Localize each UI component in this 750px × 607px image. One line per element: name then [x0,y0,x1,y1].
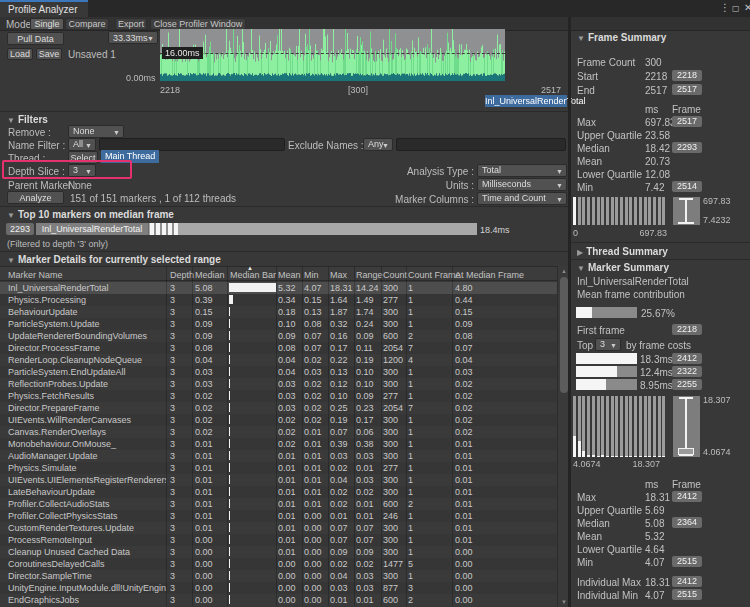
col-depth[interactable]: Depth [170,270,194,280]
top10-header[interactable]: ▼Top 10 markers on median frame [7,209,174,220]
col-marker-name[interactable]: Marker Name [8,270,63,280]
frame-jump-button[interactable]: 2412 [672,576,702,587]
col-mean[interactable]: Mean [278,270,301,280]
col-median-bar[interactable]: Median Bar [230,270,276,280]
table-row[interactable]: AudioManager.Update30.010.010.010.030.03… [0,450,557,462]
table-row[interactable]: Director.SampleTime30.000.000.000.040.03… [0,570,557,582]
units-dropdown[interactable]: Milliseconds▼ [477,178,567,191]
filters-header[interactable]: ▼Filters [7,114,48,125]
remove-dropdown[interactable]: None▼ [68,125,124,138]
frame-summary-header[interactable]: ▼Frame Summary [577,32,666,43]
table-row[interactable]: Inl_UniversalRenderTotal35.085.324.0718.… [0,282,557,294]
thread-value-chip[interactable]: Main Thread [101,150,159,163]
at-median-frame-cell: 0.02 [455,403,495,413]
start-frame-button[interactable]: 2218 [672,70,702,81]
maximize-icon[interactable]: ▢ [732,3,740,15]
frame-jump-button[interactable]: 2412 [672,491,702,502]
table-row[interactable]: Physics.Simulate30.010.010.010.020.01277… [0,462,557,474]
top10-markers-bar[interactable]: Inl_UniversalRenderTotal [36,223,477,235]
frame-jump-button[interactable]: 2322 [672,366,702,377]
name-filter-mode-dropdown[interactable]: All▼ [68,138,96,151]
table-row[interactable]: Profiler.CollectPhysicsStats30.010.010.0… [0,510,557,522]
frame-jump-button[interactable]: 2514 [672,181,702,192]
end-frame-button[interactable]: 2517 [672,84,702,95]
col-median[interactable]: Median [195,270,225,280]
marker-summary-boxplot[interactable] [673,396,700,457]
table-row[interactable]: LateBehaviourUpdate30.010.010.010.020.02… [0,486,557,498]
table-row[interactable]: ProcessRemoteInput30.000.010.000.070.073… [0,534,557,546]
col-max[interactable]: Max [330,270,347,280]
tab-profile-analyzer[interactable]: Profile Analyzer [0,0,88,17]
analysis-type-dropdown[interactable]: Total▼ [477,164,567,177]
frame-summary-histogram[interactable] [573,197,667,225]
scroll-up-icon[interactable]: ▲ [560,268,568,274]
frame-jump-button[interactable]: 2515 [672,556,702,567]
col-min[interactable]: Min [304,270,319,280]
scroll-down-icon[interactable]: ▼ [560,599,568,605]
frame-time-chart-canvas [160,29,505,81]
analyze-button[interactable]: Analyze [7,191,64,204]
mode-single-button[interactable]: Single [30,18,64,30]
table-row[interactable]: Canvas.RenderOverlays30.020.020.010.070.… [0,426,557,438]
table-row[interactable]: Cleanup Unused Cached Data30.000.010.000… [0,546,557,558]
table-row[interactable]: UnityEngine.InputModule.dll!UnityEngineI… [0,582,557,594]
frame-summary-boxplot[interactable] [673,197,700,225]
scrollbar-thumb[interactable] [560,277,568,393]
table-row[interactable]: Physics.Processing30.390.340.151.641.492… [0,294,557,306]
close-icon[interactable]: ✕ [744,2,750,14]
marker-summary-histogram[interactable] [573,396,667,457]
export-button[interactable]: Export [115,18,147,30]
median-frame-button[interactable]: 2293 [6,223,34,235]
table-row[interactable]: Monobehaviour.OnMouse_30.010.020.010.390… [0,438,557,450]
marker-columns-dropdown[interactable]: Time and Count▼ [477,192,567,205]
thread-select-button[interactable]: Select [68,151,98,164]
pull-data-button[interactable]: Pull Data [7,32,64,45]
range-dropdown[interactable]: 33.33ms ▼ [108,31,158,44]
table-row[interactable]: ReflectionProbes.Update30.030.030.020.12… [0,378,557,390]
first-frame-button[interactable]: 2218 [672,324,702,335]
table-header[interactable]: Marker Name Depth Median Median Bar ▲ Me… [0,266,557,281]
top-n-dropdown[interactable]: 3▼ [595,338,621,351]
save-button[interactable]: Save [36,48,62,60]
table-row[interactable]: UIEvents.WillRenderCanvases30.020.020.02… [0,414,557,426]
frame-jump-button[interactable]: 2517 [672,116,702,127]
table-row[interactable]: CoroutinesDelayedCalls30.000.000.000.020… [0,558,557,570]
frame-jump-button[interactable]: 2515 [672,589,702,600]
marker-summary-header[interactable]: ▼Marker Summary [577,262,669,273]
col-at-median-frame[interactable]: At Median Frame [455,270,524,280]
thread-summary-header[interactable]: ▶Thread Summary [577,246,668,257]
exclude-names-input[interactable] [396,138,566,151]
col-count[interactable]: Count [383,270,407,280]
table-row[interactable]: Director.PrepareFrame30.020.030.020.250.… [0,402,557,414]
frame-jump-button[interactable]: 2255 [672,379,702,390]
frame-jump-button[interactable]: 2293 [672,142,702,153]
table-row[interactable]: Director.ProcessFrame30.080.080.070.170.… [0,342,557,354]
frame-jump-button[interactable]: 2364 [672,517,702,528]
table-row[interactable]: ParticleSystem.Update30.090.100.080.320.… [0,318,557,330]
col-range[interactable]: Range [356,270,383,280]
mode-compare-button[interactable]: Compare [65,18,109,30]
kebab-menu-icon[interactable]: ⋮ [720,2,730,14]
table-row[interactable]: RenderLoop.CleanupNodeQueue30.040.040.02… [0,354,557,366]
table-row[interactable]: ParticleSystem.EndUpdateAll30.030.040.03… [0,366,557,378]
count-cell: 600 [383,595,406,605]
at-median-frame-cell: 0.02 [455,379,495,389]
median-cell: 0.01 [195,439,225,449]
table-row[interactable]: EndGraphicsJobs30.000.000.000.010.016002… [0,594,557,606]
boxplot-iqr-box [678,448,694,455]
load-button[interactable]: Load [7,48,33,60]
triangle-expanded-icon: ▼ [7,211,15,220]
table-row[interactable]: Physics.FetchResults30.020.030.020.100.0… [0,390,557,402]
table-row[interactable]: Profiler.CollectAudioStats30.010.010.010… [0,498,557,510]
marker-details-header[interactable]: ▼Marker Details for currently selected r… [7,254,221,265]
table-row[interactable]: UIEvents.UIElementsRegisterRenderers30.0… [0,474,557,486]
table-row[interactable]: BehaviourUpdate30.150.180.131.871.743001… [0,306,557,318]
depth-slice-dropdown[interactable]: 3▼ [68,164,96,177]
contribution-bar [576,307,637,318]
frame-time-chart[interactable] [160,29,505,81]
frame-jump-button[interactable]: 2412 [672,353,702,364]
selected-marker-chip[interactable]: Inl_UniversalRenderTotal [485,95,567,107]
table-row[interactable]: CustomRenderTextures.Update30.010.010.00… [0,522,557,534]
exclude-mode-dropdown[interactable]: Any▼ [363,138,393,151]
table-row[interactable]: UpdateRendererBoundingVolumes30.090.090.… [0,330,557,342]
